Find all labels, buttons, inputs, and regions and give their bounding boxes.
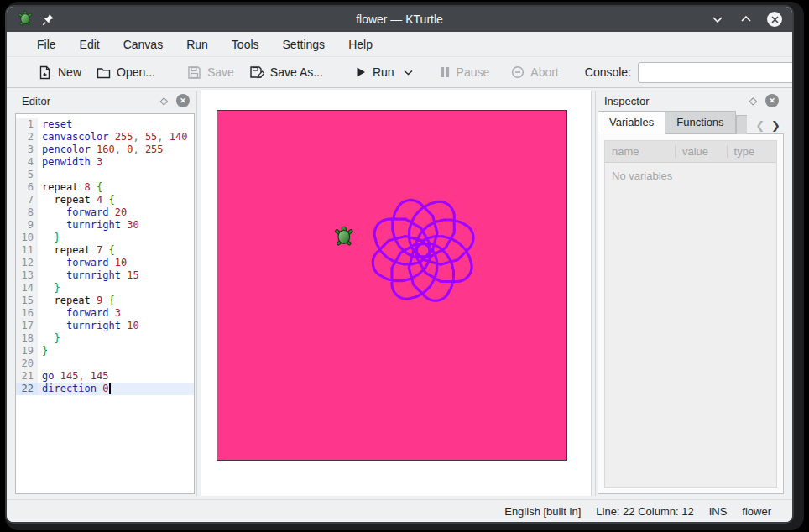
code-line[interactable]: 16 forward 3: [16, 307, 194, 320]
menu-file[interactable]: File: [25, 34, 68, 55]
code-line[interactable]: 6repeat 8 {: [16, 181, 194, 194]
pause-icon: [440, 66, 451, 78]
no-variables-text: No variables: [605, 163, 776, 189]
chevron-down-icon: [404, 70, 413, 76]
code-line[interactable]: 9 turnright 30: [16, 219, 194, 232]
line-number: 1: [16, 118, 38, 131]
abort-label: Abort: [530, 65, 558, 79]
menu-canvas[interactable]: Canvas: [112, 34, 175, 55]
column-type[interactable]: type: [727, 145, 776, 158]
maximize-button[interactable]: [739, 12, 754, 27]
code-line[interactable]: 21go 145, 145: [16, 370, 194, 383]
menu-run[interactable]: Run: [175, 34, 220, 55]
open-folder-icon: [97, 65, 111, 80]
code-line[interactable]: 10 }: [16, 232, 194, 244]
line-number: 18: [16, 332, 38, 345]
status-insert-mode: INS: [702, 505, 735, 518]
column-name[interactable]: name: [605, 145, 675, 158]
code-line[interactable]: 13 turnright 15: [16, 269, 194, 282]
code-line[interactable]: 17 turnright 10: [16, 320, 194, 332]
line-number: 8: [16, 206, 38, 219]
titlebar[interactable]: flower — KTurtle: [7, 7, 792, 32]
tab-partial[interactable]: [736, 115, 747, 134]
menu-help[interactable]: Help: [337, 34, 384, 55]
close-button[interactable]: [767, 12, 782, 27]
code-line[interactable]: 1reset: [16, 118, 194, 131]
line-number: 19: [16, 345, 38, 357]
line-number: 11: [16, 244, 38, 257]
new-label: New: [58, 65, 81, 79]
line-number: 7: [16, 194, 38, 206]
menu-tools[interactable]: Tools: [220, 34, 271, 55]
console-combobox[interactable]: [638, 62, 794, 83]
menu-edit[interactable]: Edit: [68, 34, 112, 55]
status-script-name: flower: [734, 505, 779, 518]
code-line[interactable]: 20: [16, 357, 194, 370]
canvas-page: [201, 90, 591, 496]
code-line[interactable]: 22direction 0: [16, 383, 194, 395]
code-line[interactable]: 8 forward 20: [16, 206, 194, 219]
tab-functions[interactable]: Functions: [665, 111, 735, 134]
inspector-float-icon[interactable]: ◇: [749, 95, 757, 107]
editor-float-icon[interactable]: ◇: [160, 95, 168, 107]
code-line[interactable]: 5: [16, 169, 194, 181]
main-area: Editor ◇ ✕ 1reset2canvascolor 255, 55, 1…: [7, 88, 792, 499]
tab-scroll-right-icon[interactable]: ❯: [771, 120, 780, 131]
pin-icon[interactable]: [42, 13, 55, 26]
flower-pen-path: [373, 200, 473, 300]
line-number: 3: [16, 143, 38, 156]
statusbar: English [built in] Line: 22 Column: 12 I…: [7, 499, 792, 522]
run-button[interactable]: Run: [347, 61, 402, 83]
save-label: Save: [207, 65, 234, 79]
inspector-close-button[interactable]: ✕: [765, 94, 779, 107]
run-speed-dropdown[interactable]: [402, 65, 420, 80]
inspector-header: Inspector ◇ ✕: [596, 90, 786, 112]
status-cursor-position: Line: 22 Column: 12: [588, 505, 701, 518]
line-number: 2: [16, 131, 38, 143]
tab-scroll-left-icon[interactable]: ❮: [755, 120, 765, 131]
code-line[interactable]: 11 repeat 7 {: [16, 244, 194, 257]
code-line[interactable]: 15 repeat 9 {: [16, 295, 194, 307]
code-line[interactable]: 2canvascolor 255, 55, 140: [16, 131, 194, 143]
new-button[interactable]: New: [30, 61, 89, 84]
new-document-icon: [38, 65, 52, 80]
line-number: 13: [16, 269, 38, 282]
minimize-button[interactable]: [710, 12, 725, 27]
variables-tabpage: name value type No variables: [598, 133, 784, 494]
column-value[interactable]: value: [675, 145, 727, 158]
code-line[interactable]: 19}: [16, 345, 194, 357]
save-button[interactable]: Save: [180, 61, 242, 84]
status-language: English [built in]: [497, 505, 588, 518]
variables-table-header: name value type: [605, 141, 776, 163]
line-number: 4: [16, 156, 38, 169]
menu-settings[interactable]: Settings: [271, 34, 337, 55]
abort-icon: [511, 65, 525, 79]
code-line[interactable]: 7 repeat 4 {: [16, 194, 194, 206]
pause-button[interactable]: Pause: [432, 61, 498, 83]
run-label: Run: [373, 65, 394, 79]
menubar: File Edit Canvas Run Tools Settings Help: [7, 32, 792, 57]
open-button[interactable]: Open...: [89, 61, 163, 84]
line-number: 14: [16, 282, 38, 295]
code-line[interactable]: 3pencolor 160, 0, 255: [16, 143, 194, 156]
text-caret: [109, 383, 111, 394]
editor-panel: Editor ◇ ✕ 1reset2canvascolor 255, 55, 1…: [7, 88, 196, 499]
open-label: Open...: [117, 65, 155, 79]
code-line[interactable]: 18 }: [16, 332, 194, 345]
line-number: 22: [16, 383, 38, 395]
abort-button[interactable]: Abort: [504, 61, 566, 83]
save-as-label: Save As...: [270, 65, 323, 79]
code-line[interactable]: 4penwidth 3: [16, 156, 194, 169]
line-number: 15: [16, 295, 38, 307]
pause-label: Pause: [457, 65, 490, 79]
window-title: flower — KTurtle: [7, 13, 792, 26]
line-number: 9: [16, 219, 38, 232]
tab-variables[interactable]: Variables: [598, 111, 665, 134]
save-as-button[interactable]: Save As...: [242, 61, 331, 84]
editor-code[interactable]: 1reset2canvascolor 255, 55, 1403pencolor…: [15, 113, 195, 494]
editor-close-button[interactable]: ✕: [176, 94, 190, 107]
code-line[interactable]: 12 forward 10: [16, 257, 194, 269]
code-line[interactable]: 14 }: [16, 282, 194, 295]
turtle-sprite: [335, 227, 353, 245]
line-number: 16: [16, 307, 38, 320]
